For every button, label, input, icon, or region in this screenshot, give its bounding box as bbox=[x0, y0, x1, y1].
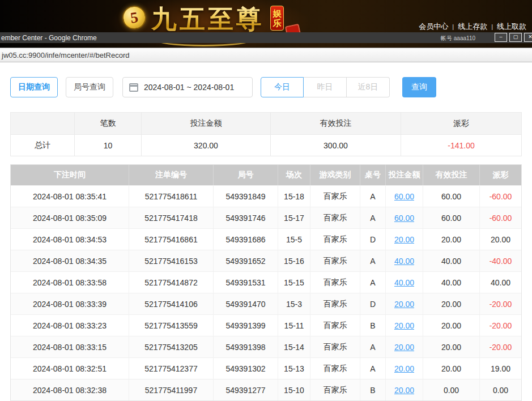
table-no-cell: A bbox=[360, 271, 385, 293]
column-header-bet-id: 注单编号 bbox=[129, 165, 213, 185]
round-id-cell: 549391277 bbox=[213, 379, 278, 400]
table-no-cell: A bbox=[360, 185, 385, 207]
bet-time-cell: 2024-08-01 08:35:09 bbox=[11, 207, 129, 228]
browser-urlbar[interactable]: jw05.cc:9900/infe/mcenter/#/betRecord bbox=[0, 48, 532, 62]
payout-cell: -20.00 bbox=[479, 336, 521, 357]
bet-id-cell: 521775411997 bbox=[129, 379, 213, 400]
bet-record-table: 下注时间注单编号局号场次游戏类别桌号投注金额有效投注派彩 2024-08-01 … bbox=[10, 164, 522, 401]
column-header-table-no: 桌号 bbox=[360, 165, 385, 185]
date-range-input[interactable]: 2024-08-01 ~ 2024-08-01 bbox=[122, 77, 253, 97]
minimize-button[interactable]: – bbox=[495, 33, 507, 42]
last8days-button[interactable]: 近8日 bbox=[347, 77, 390, 97]
payout-cell: 20.00 bbox=[479, 228, 521, 250]
session-cell: 15-11 bbox=[278, 314, 310, 336]
session-cell: 15-10 bbox=[278, 379, 310, 400]
column-header-bet-time: 下注时间 bbox=[11, 165, 129, 185]
payout-cell: 0.00 bbox=[479, 379, 521, 400]
valid-bet-cell: 20.00 bbox=[423, 314, 479, 336]
window-controls: – ▢ ✕ bbox=[495, 33, 532, 42]
yesterday-button[interactable]: 昨日 bbox=[304, 77, 347, 97]
table-row: 2024-08-01 08:32:38521775411997549391277… bbox=[11, 379, 521, 400]
valid-bet-cell: 20.00 bbox=[423, 357, 479, 379]
bet-id-cell: 521775413559 bbox=[129, 314, 213, 336]
account-text: 帐号 aaaa110 bbox=[441, 35, 475, 42]
bet-id-cell: 521775416153 bbox=[129, 250, 213, 271]
bet-amount-link[interactable]: 20.00 bbox=[394, 235, 414, 244]
round-id-cell: 549391398 bbox=[213, 336, 278, 357]
bet-amount-link[interactable]: 60.00 bbox=[394, 192, 414, 201]
bet-table-body: 2024-08-01 08:35:41521775418611549391849… bbox=[11, 185, 521, 400]
summary-total-label: 总计 bbox=[11, 134, 74, 156]
today-button[interactable]: 今日 bbox=[261, 77, 304, 97]
date-range-value: 2024-08-01 ~ 2024-08-01 bbox=[144, 83, 234, 92]
summary-payout-value: -141.00 bbox=[401, 134, 521, 156]
table-no-cell: A bbox=[360, 250, 385, 271]
game-type-cell: 百家乐 bbox=[310, 185, 360, 207]
round-id-cell: 549391531 bbox=[213, 271, 278, 293]
session-cell: 15-17 bbox=[278, 207, 310, 228]
calendar-icon bbox=[129, 83, 138, 92]
bet-amount-cell: 40.00 bbox=[385, 250, 423, 271]
nav-separator: | bbox=[491, 23, 493, 30]
bet-amount-link[interactable]: 20.00 bbox=[394, 343, 414, 352]
bet-amount-cell: 60.00 bbox=[385, 207, 423, 228]
summary-header-row: 笔数 投注金额 有效投注 派彩 bbox=[11, 113, 521, 134]
valid-bet-cell: 60.00 bbox=[423, 207, 479, 228]
round-query-tab[interactable]: 局号查询 bbox=[66, 77, 113, 97]
round-id-cell: 549391399 bbox=[213, 314, 278, 336]
browser-titlebar: ember Center - Google Chrome 帐号 aaaa110 … bbox=[0, 32, 532, 43]
maximize-button[interactable]: ▢ bbox=[509, 33, 522, 42]
summary-header-valid-bet: 有效投注 bbox=[270, 113, 401, 134]
column-header-session: 场次 bbox=[278, 165, 310, 185]
date-query-tab[interactable]: 日期查询 bbox=[10, 77, 58, 97]
filter-bar: 日期查询 局号查询 2024-08-01 ~ 2024-08-01 今日 昨日 … bbox=[10, 77, 522, 97]
search-button[interactable]: 查询 bbox=[402, 77, 436, 97]
payout-cell: 40.00 bbox=[479, 271, 521, 293]
summary-bet-amount-value: 320.00 bbox=[141, 134, 270, 156]
nav-deposit-link[interactable]: 线上存款 bbox=[458, 22, 487, 31]
bet-amount-link[interactable]: 40.00 bbox=[394, 278, 414, 287]
nav-member-center-link[interactable]: 会员中心 bbox=[419, 22, 448, 31]
bet-amount-link[interactable]: 20.00 bbox=[394, 300, 414, 309]
bet-time-cell: 2024-08-01 08:33:58 bbox=[11, 271, 129, 293]
game-type-cell: 百家乐 bbox=[310, 336, 360, 357]
session-cell: 15-3 bbox=[278, 293, 310, 314]
table-no-cell: A bbox=[360, 336, 385, 357]
table-row: 2024-08-01 08:33:58521775414872549391531… bbox=[11, 271, 521, 293]
bet-amount-cell: 20.00 bbox=[385, 357, 423, 379]
coin-icon: 5 bbox=[121, 4, 147, 31]
nav-withdraw-link[interactable]: 线上取款 bbox=[497, 22, 526, 31]
header-nav: 会员中心|线上存款|线上取款 bbox=[419, 22, 526, 32]
bet-id-cell: 521775413205 bbox=[129, 336, 213, 357]
bet-id-cell: 521775414106 bbox=[129, 293, 213, 314]
summary-header-bet-amount: 投注金额 bbox=[141, 113, 270, 134]
round-id-cell: 549391470 bbox=[213, 293, 278, 314]
table-no-cell: A bbox=[360, 357, 385, 379]
bet-time-cell: 2024-08-01 08:32:51 bbox=[11, 357, 129, 379]
valid-bet-cell: 40.00 bbox=[423, 250, 479, 271]
bet-amount-link[interactable]: 40.00 bbox=[394, 257, 414, 266]
summary-total-row: 总计 10 320.00 300.00 -141.00 bbox=[11, 134, 521, 156]
bet-amount-cell: 40.00 bbox=[385, 271, 423, 293]
bet-id-cell: 521775418611 bbox=[129, 185, 213, 207]
session-cell: 15-18 bbox=[278, 185, 310, 207]
logo-badge: 娱乐 bbox=[270, 6, 284, 31]
url-text[interactable]: jw05.cc:9900/infe/mcenter/#/betRecord bbox=[0, 51, 129, 59]
column-header-payout: 派彩 bbox=[479, 165, 521, 185]
column-header-round-id: 局号 bbox=[213, 165, 278, 185]
round-id-cell: 549391686 bbox=[213, 228, 278, 250]
session-cell: 15-13 bbox=[278, 357, 310, 379]
valid-bet-cell: 40.00 bbox=[423, 271, 479, 293]
table-no-cell: A bbox=[360, 207, 385, 228]
bet-amount-link[interactable]: 20.00 bbox=[394, 321, 414, 330]
logo-text: 九五至尊 bbox=[151, 2, 265, 36]
bet-time-cell: 2024-08-01 08:33:39 bbox=[11, 293, 129, 314]
payout-cell: 19.00 bbox=[479, 357, 521, 379]
bet-time-cell: 2024-08-01 08:34:53 bbox=[11, 228, 129, 250]
payout-cell: -60.00 bbox=[479, 207, 521, 228]
bet-amount-link[interactable]: 60.00 bbox=[394, 214, 414, 223]
close-button[interactable]: ✕ bbox=[524, 33, 532, 42]
bet-amount-cell: 60.00 bbox=[385, 185, 423, 207]
bet-amount-link[interactable]: 20.00 bbox=[394, 386, 414, 395]
bet-amount-link[interactable]: 20.00 bbox=[394, 364, 414, 373]
